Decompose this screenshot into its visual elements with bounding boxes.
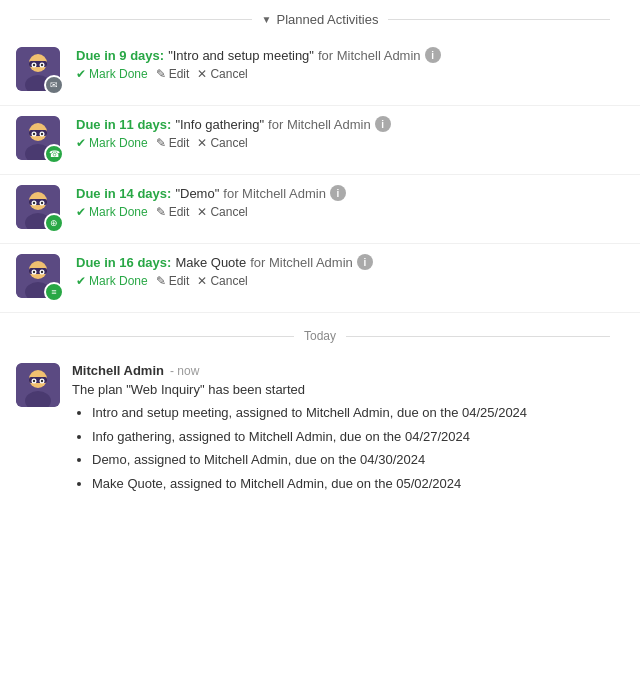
svg-rect-27 <box>29 268 47 274</box>
chatter-list-item: Make Quote, assigned to Mitchell Admin, … <box>92 474 620 494</box>
cancel-button[interactable]: ✕ Cancel <box>197 205 247 219</box>
activity-type-badge: ⊕ <box>44 213 64 233</box>
svg-point-7 <box>41 64 43 66</box>
edit-button[interactable]: ✎ Edit <box>156 205 190 219</box>
svg-rect-19 <box>29 199 47 205</box>
edit-button[interactable]: ✎ Edit <box>156 274 190 288</box>
for-user: for Mitchell Admin <box>223 186 326 201</box>
activity-name: "Demo" <box>175 186 219 201</box>
for-user: for Mitchell Admin <box>268 117 371 132</box>
activity-content: Due in 14 days: "Demo" for Mitchell Admi… <box>76 185 620 219</box>
avatar-wrapper: ☎ <box>16 116 64 164</box>
activity-title-row: Due in 16 days: Make Quote for Mitchell … <box>76 254 620 270</box>
today-divider: Today <box>0 313 640 353</box>
activity-content: Due in 16 days: Make Quote for Mitchell … <box>76 254 620 288</box>
svg-rect-11 <box>29 130 47 136</box>
activities-list: ✉ Due in 9 days: "Intro and setup meetin… <box>0 37 640 313</box>
chatter-message: The plan "Web Inquiry" has been started <box>72 382 620 397</box>
chatter-activity-list: Intro and setup meeting, assigned to Mit… <box>72 403 620 493</box>
checkmark-icon: ✔ <box>76 274 86 288</box>
activity-type-badge: ≡ <box>44 282 64 302</box>
activity-name: "Info gathering" <box>175 117 264 132</box>
times-icon: ✕ <box>197 274 207 288</box>
for-user: for Mitchell Admin <box>250 255 353 270</box>
collapse-icon[interactable]: ▼ <box>262 14 272 25</box>
chatter-time: - now <box>170 364 199 378</box>
checkmark-icon: ✔ <box>76 67 86 81</box>
info-icon[interactable]: i <box>375 116 391 132</box>
svg-point-23 <box>41 202 43 204</box>
activity-actions: ✔ Mark Done ✎ Edit ✕ Cancel <box>76 136 620 150</box>
cancel-button[interactable]: ✕ Cancel <box>197 67 247 81</box>
svg-point-30 <box>33 271 35 273</box>
chatter-header: Mitchell Admin - now <box>72 363 620 378</box>
edit-button[interactable]: ✎ Edit <box>156 67 190 81</box>
svg-point-38 <box>33 380 35 382</box>
activity-content: Due in 11 days: "Info gathering" for Mit… <box>76 116 620 150</box>
activity-type-badge: ☎ <box>44 144 64 164</box>
activity-actions: ✔ Mark Done ✎ Edit ✕ Cancel <box>76 67 620 81</box>
checkmark-icon: ✔ <box>76 136 86 150</box>
activity-title-row: Due in 14 days: "Demo" for Mitchell Admi… <box>76 185 620 201</box>
checkmark-icon: ✔ <box>76 205 86 219</box>
pencil-icon: ✎ <box>156 67 166 81</box>
svg-point-31 <box>41 271 43 273</box>
chatter-list-item: Info gathering, assigned to Mitchell Adm… <box>92 427 620 447</box>
activity-name: Make Quote <box>175 255 246 270</box>
due-label: Due in 14 days: <box>76 186 171 201</box>
pencil-icon: ✎ <box>156 136 166 150</box>
today-label: Today <box>304 329 336 343</box>
activity-name: "Intro and setup meeting" <box>168 48 314 63</box>
activity-type-badge: ✉ <box>44 75 64 95</box>
due-label: Due in 16 days: <box>76 255 171 270</box>
edit-button[interactable]: ✎ Edit <box>156 136 190 150</box>
avatar-wrapper: ⊕ <box>16 185 64 233</box>
activity-title-row: Due in 11 days: "Info gathering" for Mit… <box>76 116 620 132</box>
activity-item: ⊕ Due in 14 days: "Demo" for Mitchell Ad… <box>0 175 640 244</box>
cancel-button[interactable]: ✕ Cancel <box>197 136 247 150</box>
pencil-icon: ✎ <box>156 274 166 288</box>
chatter-list-item: Demo, assigned to Mitchell Admin, due on… <box>92 450 620 470</box>
svg-point-15 <box>41 133 43 135</box>
activity-item: ≡ Due in 16 days: Make Quote for Mitchel… <box>0 244 640 313</box>
mark-done-button[interactable]: ✔ Mark Done <box>76 67 148 81</box>
activity-content: Due in 9 days: "Intro and setup meeting"… <box>76 47 620 81</box>
planned-activities-header: ▼ Planned Activities <box>0 0 640 37</box>
activity-title-row: Due in 9 days: "Intro and setup meeting"… <box>76 47 620 63</box>
info-icon[interactable]: i <box>330 185 346 201</box>
due-label: Due in 9 days: <box>76 48 164 63</box>
activity-item: ✉ Due in 9 days: "Intro and setup meetin… <box>0 37 640 106</box>
times-icon: ✕ <box>197 205 207 219</box>
for-user: for Mitchell Admin <box>318 48 421 63</box>
avatar-wrapper: ✉ <box>16 47 64 95</box>
chatter-list-item: Intro and setup meeting, assigned to Mit… <box>92 403 620 423</box>
chatter-content: Mitchell Admin - now The plan "Web Inqui… <box>72 363 620 497</box>
times-icon: ✕ <box>197 136 207 150</box>
mark-done-button[interactable]: ✔ Mark Done <box>76 136 148 150</box>
chatter-user-name: Mitchell Admin <box>72 363 164 378</box>
pencil-icon: ✎ <box>156 205 166 219</box>
section-title: Planned Activities <box>277 12 379 27</box>
activity-item: ☎ Due in 11 days: "Info gathering" for M… <box>0 106 640 175</box>
chatter-item: Mitchell Admin - now The plan "Web Inqui… <box>0 353 640 507</box>
svg-point-22 <box>33 202 35 204</box>
svg-point-14 <box>33 133 35 135</box>
due-label: Due in 11 days: <box>76 117 171 132</box>
svg-rect-35 <box>29 377 47 383</box>
svg-rect-3 <box>29 61 47 67</box>
info-icon[interactable]: i <box>425 47 441 63</box>
cancel-button[interactable]: ✕ Cancel <box>197 274 247 288</box>
svg-point-39 <box>41 380 43 382</box>
times-icon: ✕ <box>197 67 207 81</box>
svg-point-6 <box>33 64 35 66</box>
mark-done-button[interactable]: ✔ Mark Done <box>76 205 148 219</box>
info-icon[interactable]: i <box>357 254 373 270</box>
activity-actions: ✔ Mark Done ✎ Edit ✕ Cancel <box>76 274 620 288</box>
avatar-wrapper: ≡ <box>16 254 64 302</box>
mark-done-button[interactable]: ✔ Mark Done <box>76 274 148 288</box>
activity-actions: ✔ Mark Done ✎ Edit ✕ Cancel <box>76 205 620 219</box>
chatter-avatar <box>16 363 60 407</box>
